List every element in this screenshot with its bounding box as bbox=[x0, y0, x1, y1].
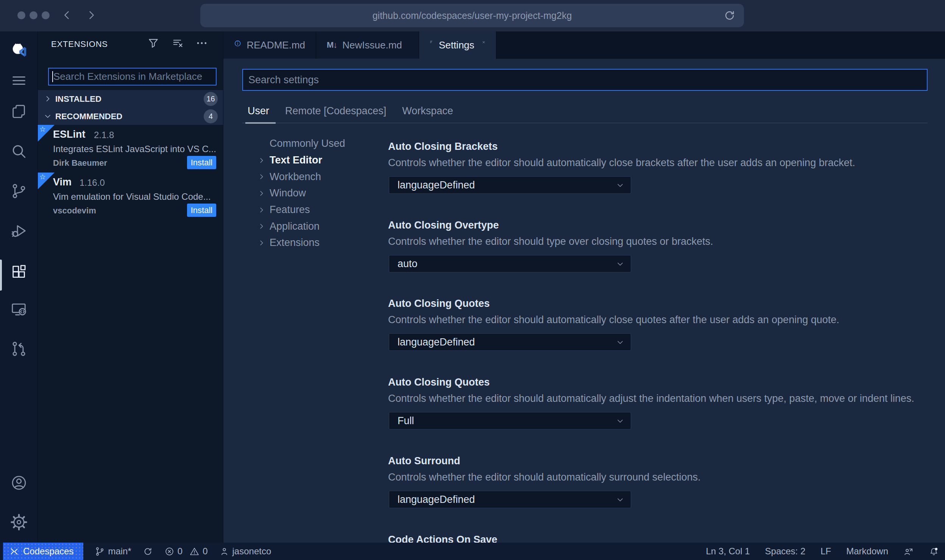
extension-author: vscodevim bbox=[53, 206, 96, 216]
dropdown-value: languageDefined bbox=[398, 179, 475, 191]
recommended-count-badge: 4 bbox=[204, 109, 218, 123]
dropdown-value: languageDefined bbox=[398, 336, 475, 348]
extensions-icon[interactable] bbox=[10, 263, 28, 280]
extension-item-vim[interactable]: ☆ Vim 1.16.0 Vim emulation for Visual St… bbox=[38, 173, 223, 220]
editor-area: README.md M↓ NewIssue.md Settings bbox=[223, 31, 945, 543]
chevron-down-icon bbox=[616, 495, 625, 504]
toc-item-application[interactable]: Application bbox=[257, 218, 382, 235]
search-icon[interactable] bbox=[10, 143, 28, 160]
toc-item-features[interactable]: Features bbox=[257, 202, 382, 218]
tab-readme[interactable]: README.md bbox=[223, 31, 316, 59]
sync-icon bbox=[143, 546, 153, 557]
run-debug-icon[interactable] bbox=[10, 222, 28, 240]
setting-auto-closing-quotes-2: Auto Closing Quotes Controls whether the… bbox=[388, 376, 945, 388]
info-icon bbox=[234, 40, 241, 50]
chevron-down-icon bbox=[616, 338, 625, 347]
errors-icon bbox=[164, 546, 175, 557]
settings-gear-icon[interactable] bbox=[10, 513, 28, 531]
activity-bar bbox=[0, 31, 38, 543]
browser-forward-icon[interactable] bbox=[85, 9, 98, 22]
extension-version: 1.16.0 bbox=[80, 177, 105, 188]
source-control-icon[interactable] bbox=[10, 182, 28, 200]
github-codespaces-logo-icon bbox=[10, 42, 28, 59]
user-name: jasonetco bbox=[232, 546, 271, 557]
setting-dropdown[interactable]: languageDefined bbox=[389, 333, 631, 351]
chevron-right-icon bbox=[257, 156, 266, 165]
toc-item-extensions[interactable]: Extensions bbox=[257, 235, 382, 251]
install-button[interactable]: Install bbox=[187, 156, 216, 169]
setting-title: Auto Closing Overtype bbox=[388, 219, 945, 231]
extensions-search-input[interactable] bbox=[53, 68, 212, 85]
scope-tab-remote[interactable]: Remote [Codespaces] bbox=[285, 105, 386, 117]
toc-item-window[interactable]: Window bbox=[257, 185, 382, 202]
setting-title: Auto Closing Quotes bbox=[388, 298, 945, 309]
cursor-position[interactable]: Ln 3, Col 1 bbox=[706, 546, 750, 557]
pull-requests-icon[interactable] bbox=[10, 340, 28, 358]
extensions-sidebar: EXTENSIONS INSTALLED bbox=[38, 31, 223, 543]
extension-item-eslint[interactable]: ☆ ESLint 2.1.8 Integrates ESLint JavaScr… bbox=[38, 125, 223, 173]
warnings-icon bbox=[189, 546, 200, 557]
sync-status[interactable] bbox=[143, 546, 153, 557]
eol-sequence[interactable]: LF bbox=[820, 546, 831, 557]
toc-item-text-editor[interactable]: Text Editor bbox=[257, 152, 382, 169]
star-icon: ☆ bbox=[39, 125, 46, 134]
window-maximize-button[interactable] bbox=[42, 11, 50, 19]
warnings-count: 0 bbox=[203, 546, 207, 557]
menu-icon[interactable] bbox=[10, 72, 28, 89]
active-view-indicator bbox=[0, 260, 2, 291]
dropdown-value: Full bbox=[398, 415, 414, 427]
remote-explorer-icon[interactable] bbox=[10, 300, 28, 318]
setting-auto-surround: Auto Surround Controls whether the edito… bbox=[388, 455, 945, 467]
errors-count: 0 bbox=[178, 546, 182, 557]
setting-auto-closing-quotes: Auto Closing Quotes Controls whether the… bbox=[388, 298, 945, 309]
explorer-icon[interactable] bbox=[10, 103, 28, 120]
sidebar-title: EXTENSIONS bbox=[51, 39, 108, 49]
section-recommended[interactable]: RECOMMENDED 4 bbox=[38, 107, 223, 125]
toc-item-commonly-used[interactable]: Commonly Used bbox=[257, 135, 382, 152]
url-text: github.com/codespaces/user-my-project-mg… bbox=[373, 10, 572, 21]
problems-status[interactable]: 0 0 bbox=[164, 546, 208, 557]
branch-status[interactable]: main* bbox=[95, 546, 131, 557]
section-label: INSTALLED bbox=[55, 94, 101, 104]
browser-chrome: github.com/codespaces/user-my-project-mg… bbox=[0, 0, 945, 31]
status-bar: Codespaces main* 0 0 bbox=[0, 543, 945, 560]
setting-description: Controls whether the editor should autom… bbox=[388, 314, 839, 326]
active-scope-underline bbox=[245, 122, 276, 124]
setting-dropdown[interactable]: languageDefined bbox=[389, 176, 631, 194]
indentation[interactable]: Spaces: 2 bbox=[765, 546, 806, 557]
setting-dropdown[interactable]: languageDefined bbox=[389, 491, 631, 508]
codespaces-label: Codespaces bbox=[23, 546, 73, 557]
dropdown-value: languageDefined bbox=[398, 494, 475, 506]
section-installed[interactable]: INSTALLED 16 bbox=[38, 90, 223, 107]
more-actions-icon[interactable] bbox=[195, 37, 208, 50]
feedback-icon[interactable] bbox=[903, 546, 914, 557]
setting-description: Controls whether the editor should type … bbox=[388, 236, 713, 247]
chevron-down-icon bbox=[43, 112, 52, 121]
codespaces-remote-badge[interactable]: Codespaces bbox=[3, 543, 83, 560]
star-icon: ☆ bbox=[39, 173, 46, 181]
account-icon[interactable] bbox=[10, 474, 28, 492]
reload-icon[interactable] bbox=[724, 9, 736, 22]
install-button[interactable]: Install bbox=[187, 204, 216, 217]
setting-title: Auto Surround bbox=[388, 455, 945, 467]
setting-auto-closing-brackets: Auto Closing Brackets Controls whether t… bbox=[388, 141, 945, 152]
notifications-bell-icon[interactable] bbox=[929, 546, 939, 557]
chevron-right-icon bbox=[257, 189, 266, 198]
setting-dropdown[interactable]: auto bbox=[389, 255, 631, 272]
language-mode[interactable]: Markdown bbox=[846, 546, 888, 557]
toc-item-workbench[interactable]: Workbench bbox=[257, 168, 382, 185]
window-minimize-button[interactable] bbox=[30, 11, 37, 19]
extension-description: Integrates ESLint JavaScript into VS C..… bbox=[53, 144, 216, 154]
clear-extensions-icon[interactable] bbox=[172, 37, 184, 50]
address-bar[interactable]: github.com/codespaces/user-my-project-mg… bbox=[200, 4, 744, 27]
window-close-button[interactable] bbox=[17, 11, 25, 19]
user-status[interactable]: jasonetco bbox=[219, 546, 271, 557]
tab-label: README.md bbox=[246, 39, 305, 51]
app-window: github.com/codespaces/user-my-project-mg… bbox=[0, 0, 945, 560]
scope-tab-user[interactable]: User bbox=[248, 105, 269, 117]
window-controls[interactable] bbox=[17, 11, 50, 19]
browser-back-icon[interactable] bbox=[61, 9, 73, 22]
setting-dropdown[interactable]: Full bbox=[389, 412, 631, 429]
filter-icon[interactable] bbox=[147, 37, 160, 50]
extensions-search-box[interactable] bbox=[48, 68, 217, 86]
